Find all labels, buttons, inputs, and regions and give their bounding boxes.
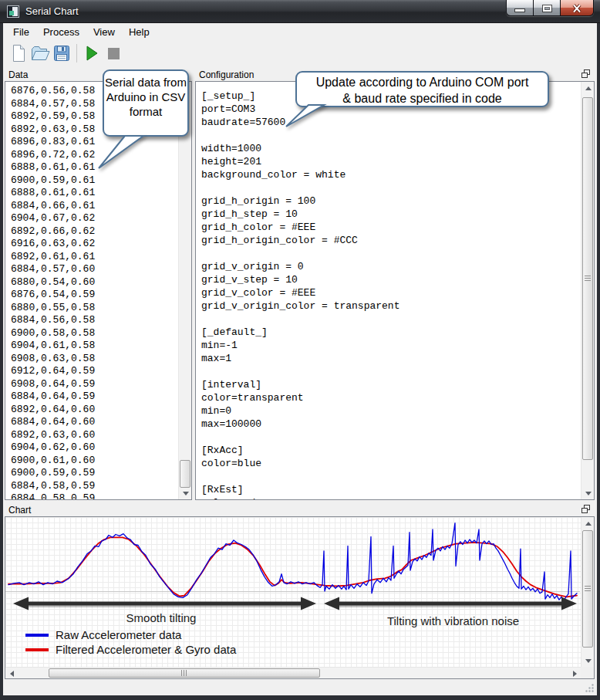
- chart-plot-area: Smooth tilting Tilting with vibration no…: [5, 517, 581, 667]
- chart-vscrollbar-thumb[interactable]: [582, 530, 593, 648]
- chart-vscroll-up-icon[interactable]: [581, 517, 595, 529]
- toolbar: [3, 40, 597, 66]
- close-button[interactable]: [561, 0, 593, 16]
- legend-row-raw: Raw Accelerometer data: [25, 627, 236, 642]
- annotation-vibration-noise: Tilting with vibration noise: [359, 614, 548, 627]
- app-window: Serial Chart File Process View Help: [0, 0, 600, 700]
- title-bar[interactable]: Serial Chart: [0, 0, 600, 23]
- config-scrollbar[interactable]: [581, 82, 594, 499]
- legend-row-filtered: Filtered Accelerometer & Gyro data: [25, 642, 236, 657]
- legend-label-filtered: Filtered Accelerometer & Gyro data: [56, 643, 236, 656]
- maximize-icon: [543, 5, 551, 12]
- play-icon: [84, 45, 99, 62]
- stop-icon: [108, 48, 120, 59]
- chart-hscrollbar-thumb[interactable]: [49, 668, 320, 678]
- new-file-icon: [10, 44, 27, 63]
- config-scroll-down-icon[interactable]: [581, 487, 595, 499]
- menu-file[interactable]: File: [6, 24, 36, 40]
- window-title: Serial Chart: [25, 5, 79, 17]
- stop-capture-button[interactable]: [103, 42, 124, 64]
- chart-panel-title: Chart: [8, 505, 31, 516]
- callout-csv-tail: [91, 133, 153, 173]
- save-file-button[interactable]: [51, 42, 72, 64]
- callout-com-line2: & baud rate specified in code: [297, 90, 548, 107]
- open-folder-icon: [30, 45, 50, 62]
- data-scrollbar-thumb[interactable]: [180, 460, 190, 488]
- menu-bar: File Process View Help: [3, 23, 597, 40]
- toolbar-separator: [76, 44, 77, 63]
- chart-panel-titlebar[interactable]: Chart: [5, 503, 595, 516]
- chart-content: Smooth tilting Tilting with vibration no…: [5, 516, 595, 679]
- config-panel-title: Configuration: [199, 69, 254, 80]
- new-file-button[interactable]: [8, 42, 29, 64]
- legend-label-raw: Raw Accelerometer data: [56, 628, 181, 641]
- legend-swatch-filtered: [25, 648, 49, 651]
- annotation-smooth-tilting: Smooth tilting: [92, 611, 231, 624]
- menu-help[interactable]: Help: [122, 24, 157, 40]
- maximize-button[interactable]: [534, 0, 561, 16]
- resize-grip-icon[interactable]: [585, 683, 595, 693]
- chart-hscroll-left-icon[interactable]: [5, 668, 18, 679]
- chart-vscrollbar[interactable]: [581, 517, 594, 667]
- save-floppy-icon: [53, 45, 70, 62]
- app-icon: [7, 5, 19, 18]
- callout-com-line1: Update according to Arduino COM port: [297, 74, 548, 90]
- callout-com-tail: [276, 103, 327, 132]
- minimize-icon: [515, 9, 524, 12]
- chart-hscrollbar[interactable]: [5, 667, 581, 678]
- callout-csv-text: Serial data from Arduino in CSV format: [105, 76, 187, 118]
- status-bar: [3, 679, 597, 695]
- config-text[interactable]: [_setup_] port=COM3 baudrate=57600 width…: [196, 82, 594, 500]
- config-panel: Configuration [_setup_] port=COM3 baudra…: [195, 68, 595, 500]
- callout-com-port: Update according to Arduino COM port & b…: [295, 71, 549, 107]
- chart-hscroll-right-icon[interactable]: [568, 668, 581, 679]
- data-scroll-down-icon[interactable]: [179, 487, 192, 499]
- menu-view[interactable]: View: [86, 24, 122, 40]
- menu-process[interactable]: Process: [36, 24, 86, 40]
- chart-vscroll-down-icon[interactable]: [581, 654, 595, 667]
- chart-float-icon[interactable]: [581, 505, 591, 514]
- scrollbar-corner: [581, 667, 594, 678]
- callout-csv-data: Serial data from Arduino in CSV format: [103, 69, 189, 137]
- config-scroll-up-icon[interactable]: [581, 82, 595, 94]
- chart-panel: Chart Smooth tilting Tilting with vibrat…: [3, 503, 597, 679]
- data-panel-title: Data: [8, 69, 28, 80]
- open-file-button[interactable]: [29, 42, 51, 64]
- close-icon: [571, 4, 582, 13]
- run-capture-button[interactable]: [81, 42, 103, 64]
- config-float-icon[interactable]: [581, 69, 591, 79]
- config-editor[interactable]: [_setup_] port=COM3 baudrate=57600 width…: [195, 81, 595, 500]
- legend-swatch-raw: [25, 634, 49, 637]
- config-scrollbar-thumb[interactable]: [582, 97, 593, 460]
- minimize-button[interactable]: [507, 0, 534, 16]
- window-controls: [506, 0, 594, 16]
- chart-legend: Raw Accelerometer data Filtered Accelero…: [25, 627, 236, 657]
- data-scrollbar[interactable]: [178, 82, 191, 499]
